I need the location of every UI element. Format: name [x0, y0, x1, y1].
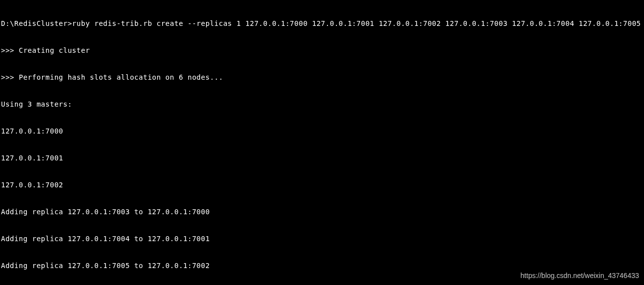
terminal-line: 127.0.0.1:7001: [1, 153, 644, 162]
watermark-text: https://blog.csdn.net/weixin_43746433: [521, 271, 639, 280]
terminal-line: D:\RedisCluster>ruby redis-trib.rb creat…: [1, 19, 644, 28]
terminal-line: Adding replica 127.0.0.1:7004 to 127.0.0…: [1, 234, 644, 243]
terminal-line: Adding replica 127.0.0.1:7003 to 127.0.0…: [1, 207, 644, 216]
terminal-line: Using 3 masters:: [1, 100, 644, 109]
terminal-line: Adding replica 127.0.0.1:7005 to 127.0.0…: [1, 261, 644, 270]
terminal-output[interactable]: D:\RedisCluster>ruby redis-trib.rb creat…: [1, 1, 644, 285]
terminal-line: >>> Performing hash slots allocation on …: [1, 73, 644, 82]
terminal-line: 127.0.0.1:7000: [1, 127, 644, 136]
terminal-line: 127.0.0.1:7002: [1, 180, 644, 189]
terminal-line: >>> Creating cluster: [1, 46, 644, 55]
